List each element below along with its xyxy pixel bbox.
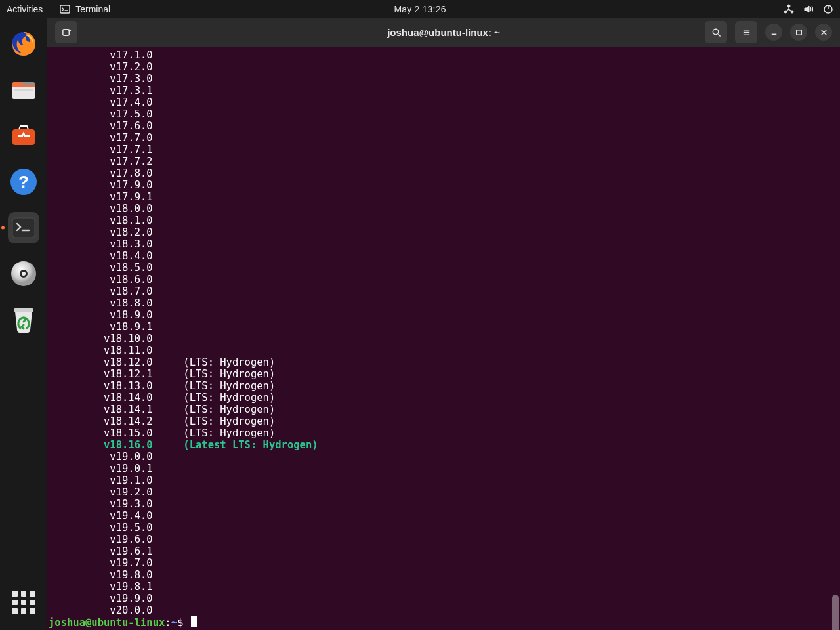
topbar-clock[interactable]: May 2 13:26 <box>394 4 446 14</box>
svg-rect-9 <box>14 89 33 91</box>
svg-rect-8 <box>12 86 35 99</box>
terminal-output: v17.1.0 v17.2.0 v17.3.0 v17.3.1 v17.4.0 … <box>49 47 840 629</box>
apps-grid-icon <box>12 591 35 614</box>
gnome-topbar: Activities Terminal May 2 13:26 <box>0 0 840 18</box>
svg-rect-0 <box>60 5 70 13</box>
window-titlebar[interactable]: joshua@ubuntu-linux: ~ <box>47 18 840 47</box>
svg-point-1 <box>788 5 790 7</box>
dock-software[interactable] <box>8 120 39 152</box>
dock-trash[interactable] <box>8 304 39 335</box>
svg-point-16 <box>22 272 26 276</box>
dock-disc[interactable] <box>8 258 39 289</box>
close-button[interactable] <box>815 24 832 41</box>
search-button[interactable] <box>705 21 727 43</box>
window-title: joshua@ubuntu-linux: ~ <box>387 27 500 38</box>
terminal-scrollbar[interactable] <box>832 47 839 630</box>
volume-icon[interactable] <box>803 4 814 14</box>
activities-button[interactable]: Activities <box>7 4 43 14</box>
dock-terminal[interactable] <box>8 212 39 243</box>
dock-show-apps[interactable] <box>8 587 39 618</box>
network-icon[interactable] <box>784 4 794 14</box>
dock-firefox[interactable] <box>8 28 39 60</box>
scrollbar-thumb[interactable] <box>832 595 839 630</box>
terminal-icon <box>60 4 70 14</box>
svg-point-21 <box>713 29 718 34</box>
svg-rect-13 <box>12 218 35 238</box>
terminal-viewport[interactable]: v17.1.0 v17.2.0 v17.3.0 v17.3.1 v17.4.0 … <box>47 47 840 630</box>
topbar-app-name: Terminal <box>75 4 110 14</box>
topbar-app-menu[interactable]: Terminal <box>60 4 110 14</box>
dock-files[interactable] <box>8 74 39 106</box>
svg-rect-27 <box>796 30 801 35</box>
power-icon[interactable] <box>823 4 833 14</box>
maximize-button[interactable] <box>790 24 807 41</box>
svg-text:?: ? <box>18 172 29 192</box>
dock-help[interactable]: ? <box>8 166 39 198</box>
dock: ? <box>0 18 47 630</box>
svg-line-22 <box>718 34 720 36</box>
hamburger-menu-button[interactable] <box>735 21 757 43</box>
terminal-window: joshua@ubuntu-linux: ~ <box>47 18 840 630</box>
minimize-button[interactable] <box>765 24 782 41</box>
svg-rect-17 <box>14 308 33 312</box>
svg-rect-18 <box>62 29 68 35</box>
new-tab-button[interactable] <box>55 21 77 43</box>
